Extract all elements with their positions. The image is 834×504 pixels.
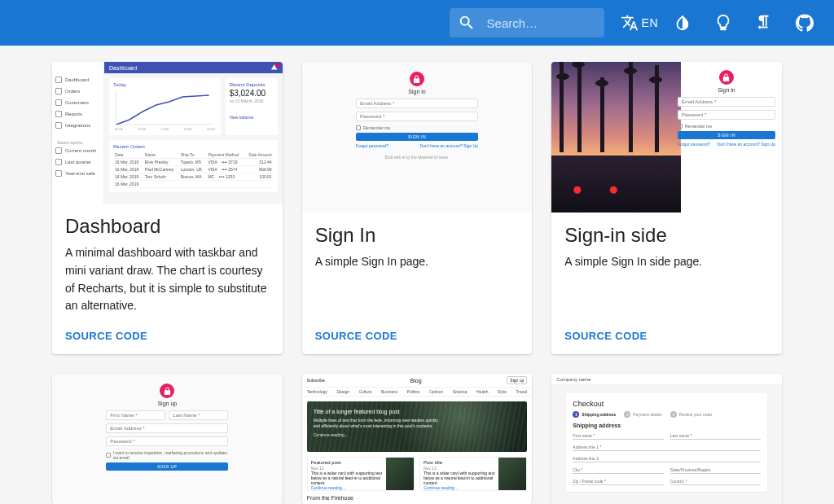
lightbulb-icon[interactable]	[707, 7, 740, 39]
appbar: EN	[0, 0, 834, 46]
source-code-link[interactable]: SOURCE CODE	[315, 330, 397, 342]
text-direction-icon[interactable]	[748, 7, 780, 39]
card-description: A simple Sign In page.	[315, 253, 520, 271]
card-title: Dashboard	[65, 215, 270, 238]
card-title: Sign In	[315, 224, 520, 247]
search-field[interactable]	[450, 8, 604, 37]
lock-icon	[719, 70, 734, 85]
language-code[interactable]: EN	[642, 16, 658, 29]
thumb-signup: Sign up I want to receive inspiration, m…	[52, 374, 283, 504]
source-code-link[interactable]: SOURCE CODE	[564, 330, 647, 342]
thumb-dashboard: Dashboard Orders Customers Reports Integ…	[52, 62, 283, 204]
template-card-signup[interactable]: Sign up I want to receive inspiration, m…	[52, 374, 283, 504]
source-code-link[interactable]: SOURCE CODE	[65, 330, 147, 342]
thumb-signin-side: Sign in Remember me SIGN IN Forgot passw…	[551, 62, 782, 213]
card-description: A simple Sign In side page.	[564, 253, 769, 271]
lock-icon	[410, 72, 424, 86]
invert-colors-icon[interactable]	[666, 7, 699, 39]
thumb-blog: Subscribe Blog Sign up TechnologyDesignC…	[302, 374, 533, 504]
template-card-signin-side[interactable]: Sign in Remember me SIGN IN Forgot passw…	[551, 62, 782, 354]
template-grid: Dashboard Orders Customers Reports Integ…	[0, 46, 834, 504]
template-card-checkout[interactable]: Company name Checkout 1Shipping address …	[551, 374, 782, 504]
thumb-signin: Sign in Remember me SIGN IN Forgot passw…	[302, 62, 533, 213]
template-card-signin[interactable]: Sign in Remember me SIGN IN Forgot passw…	[302, 62, 533, 354]
search-icon	[458, 14, 476, 32]
card-description: A minimal dashboard with taskbar and min…	[65, 244, 270, 315]
thumb-checkout: Company name Checkout 1Shipping address …	[551, 374, 782, 504]
github-icon[interactable]	[788, 7, 821, 39]
translate-icon[interactable]	[621, 7, 639, 39]
search-input[interactable]	[476, 15, 596, 31]
card-title: Sign-in side	[564, 224, 769, 247]
template-card-dashboard[interactable]: Dashboard Orders Customers Reports Integ…	[52, 62, 283, 354]
lock-icon	[160, 383, 174, 398]
template-card-blog[interactable]: Subscribe Blog Sign up TechnologyDesignC…	[302, 374, 533, 504]
